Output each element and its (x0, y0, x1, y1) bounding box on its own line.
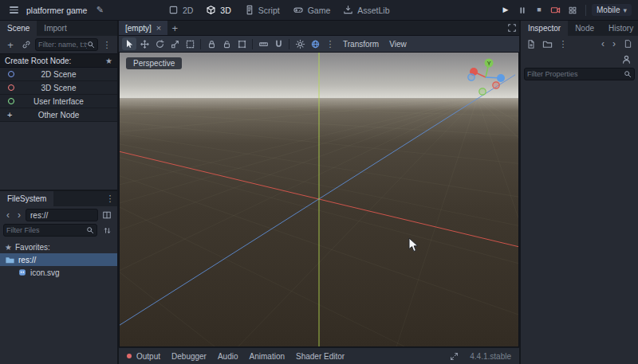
bottom-panel-output[interactable]: Output (136, 352, 160, 361)
node-option-other-node[interactable]: + Other Node (0, 108, 117, 122)
gizmo-z-neg-axis[interactable] (468, 74, 475, 80)
filesystem-filter-input[interactable] (6, 226, 86, 234)
node-option-user-interface[interactable]: User Interface (0, 95, 117, 108)
load-resource-button[interactable] (540, 37, 554, 50)
workspace-switcher: 2D 3D Script (168, 5, 438, 15)
tab-inspector[interactable]: Inspector (521, 21, 568, 36)
unlock-icon (222, 39, 232, 49)
node-option-2d-scene[interactable]: 2D Scene (0, 68, 117, 81)
scene-tab-empty[interactable]: [empty] × (119, 21, 167, 35)
workspace-tab-3d[interactable]: 3D (206, 5, 230, 15)
move-icon (140, 39, 150, 49)
tab-scene[interactable]: Scene (0, 21, 37, 36)
link-icon (22, 40, 31, 49)
tab-filesystem[interactable]: FileSystem (0, 191, 53, 206)
expand-viewport-button[interactable] (505, 22, 519, 34)
favorites-section-row[interactable]: ★ Favorites: (0, 241, 117, 253)
rotate-tool-button[interactable] (152, 37, 167, 50)
tab-node[interactable]: Node (568, 21, 601, 36)
view-menu[interactable]: View (384, 40, 412, 49)
expand-bottom-panel-icon[interactable] (450, 352, 459, 361)
play-button[interactable]: ▶ (498, 4, 513, 17)
search-icon (624, 70, 632, 78)
gizmo-y-neg-axis[interactable] (479, 88, 486, 95)
star-icon: ★ (5, 243, 12, 252)
sun-icon (295, 39, 305, 49)
pause-button[interactable] (515, 4, 530, 17)
toggle-split-mode-button[interactable] (100, 209, 114, 221)
workspace-label: 2D (183, 6, 193, 15)
manage-object-properties-button[interactable] (619, 53, 633, 65)
transform-menu[interactable]: Transform (338, 40, 384, 49)
close-tab-icon[interactable]: × (156, 23, 161, 33)
viewport-more-button[interactable]: ⋮ (323, 37, 337, 50)
move-tool-button[interactable] (137, 37, 152, 50)
workspace-tab-script[interactable]: Script (244, 5, 280, 15)
inspector-history-forward-button[interactable]: › (609, 39, 619, 49)
workspace-tab-game[interactable]: Game (293, 5, 331, 15)
bottom-panel-shader-editor[interactable]: Shader Editor (296, 352, 345, 361)
stop-button[interactable]: ■ (532, 4, 546, 17)
3d-viewport[interactable]: Perspective Y (119, 52, 519, 347)
history-back-button[interactable]: ‹ (3, 210, 13, 220)
scene-dock-tabs: Scene Import (0, 21, 117, 36)
search-icon (87, 41, 95, 49)
bottom-panel-audio[interactable]: Audio (218, 352, 238, 361)
sort-files-button[interactable] (100, 224, 114, 237)
lock-object-button[interactable] (204, 37, 219, 50)
inspector-filter-input[interactable] (527, 70, 624, 78)
stop-icon: ■ (537, 6, 541, 14)
object-history-button[interactable] (620, 37, 635, 50)
ruler-tool-button[interactable] (256, 37, 270, 50)
gizmo-z-axis[interactable] (497, 74, 505, 82)
remote-debug-button[interactable] (565, 4, 580, 17)
node-option-label: Other Node (38, 111, 80, 119)
create-root-node-header: Create Root Node: ★ (0, 53, 117, 68)
rotate-icon (155, 39, 165, 49)
bottom-panel-animation[interactable]: Animation (250, 352, 285, 361)
workspace-tab-assetlib[interactable]: AssetLib (343, 5, 389, 15)
unlock-object-button[interactable] (219, 37, 234, 50)
workspace-tab-2d[interactable]: 2D (168, 5, 193, 15)
movie-maker-button[interactable] (549, 4, 563, 17)
tree-item-icon-svg[interactable]: icon.svg (0, 266, 117, 279)
tab-import[interactable]: Import (37, 21, 73, 36)
tab-history[interactable]: History (601, 21, 638, 36)
perspective-menu-button[interactable]: Perspective (126, 57, 182, 69)
scene-filter-input[interactable] (38, 41, 87, 49)
scale-tool-button[interactable] (167, 37, 182, 50)
filesystem-menu-button[interactable]: ⋮ (103, 193, 117, 205)
snap-toggle-button[interactable] (271, 37, 286, 50)
right-dock: Inspector Node History (521, 21, 638, 364)
inspector-history-back-button[interactable]: ‹ (598, 39, 608, 49)
current-path-breadcrumb[interactable]: res:// (26, 209, 98, 221)
3d-scene-node-icon (8, 84, 14, 91)
3d-scene-render (120, 53, 518, 346)
folder-open-icon (542, 39, 553, 49)
rename-project-button[interactable]: ✎ (93, 4, 107, 17)
group-objects-button[interactable] (234, 37, 249, 50)
box-select-tool-button[interactable] (183, 37, 197, 50)
inspector-extra-menu-button[interactable]: ⋮ (556, 37, 570, 50)
scene-dock-menu-button[interactable]: ⋮ (100, 38, 114, 51)
mouse-cursor (408, 237, 419, 252)
favorites-star-icon[interactable]: ★ (105, 57, 112, 65)
tree-item-res-root[interactable]: res:// (0, 253, 117, 266)
node-option-3d-scene[interactable]: 3D Scene (0, 81, 117, 95)
filesystem-filter-box (3, 224, 97, 237)
environment-toggle-button[interactable] (293, 37, 307, 50)
select-tool-button[interactable] (122, 37, 136, 50)
preview-world-toggle-button[interactable] (308, 37, 322, 50)
new-scene-tab-button[interactable]: + (167, 22, 182, 34)
history-forward-button[interactable]: › (14, 210, 24, 220)
play-icon: ▶ (503, 6, 509, 14)
run-target-dropdown[interactable]: Mobile ▾ (592, 4, 632, 16)
main-menu-button[interactable] (6, 4, 21, 17)
view-axes-gizmo[interactable]: Y (464, 56, 507, 99)
main-area: Scene Import + (0, 21, 638, 364)
add-node-button[interactable]: + (3, 38, 18, 51)
bottom-panel-debugger[interactable]: Debugger (171, 352, 207, 361)
instantiate-scene-button[interactable] (19, 38, 33, 51)
gizmo-x-neg-axis[interactable] (493, 82, 499, 88)
new-resource-button[interactable] (524, 37, 538, 50)
